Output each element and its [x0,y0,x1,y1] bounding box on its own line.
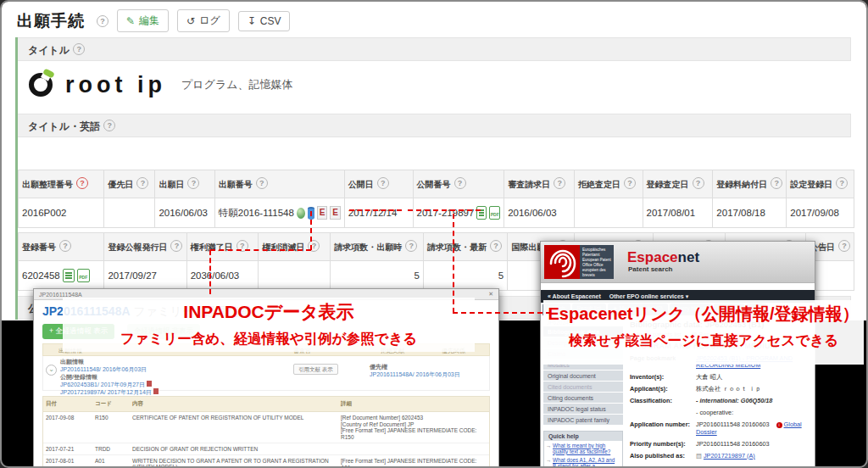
col-priority-date: 優先日? [104,170,155,198]
nav-other-epo-services[interactable]: Other EPO online services [609,293,684,299]
help-icon[interactable]: ? [554,177,565,189]
reg-no-value: 6202458 [22,270,60,281]
help-icon[interactable]: ? [838,240,850,252]
field-label [630,410,696,417]
col-pub-date: 公開日? [344,170,413,198]
cell-pub-date: 2017/12/14 [344,198,413,228]
flag-icon [153,388,159,394]
events-header-row: 日付 コード 内容 詳細 [43,397,489,412]
log-button-label: ログ [199,14,220,28]
cell-expiry: 2036/06/03 [186,261,259,291]
ev-remark [338,443,489,454]
ev-content: DECISION OF GRANT OR REJECTION WRITTEN [130,443,338,454]
ev-remark: [Ref Document Number] 6202453 [Country o… [338,412,489,443]
espacenet-link-icon[interactable]: E [317,206,328,220]
application-table: 出願整理番号? 優先日? 出願日? 出願番号? 公開日? 公開番号? 審査請求日… [18,170,854,228]
help-icon[interactable]: ? [771,177,782,189]
pub-info-label: 公開/登録情報 [60,373,159,381]
application-info-block: 出願情報 JP2016111548/ 2016年06月03日 公開/登録情報 J… [60,358,159,396]
quick-help-link[interactable]: What is meant by high quality text as fa… [544,441,622,455]
help-icon[interactable]: ? [454,177,466,189]
col-lapse: 権利消滅日? [259,233,331,261]
help-icon[interactable]: ? [103,120,115,131]
help-icon[interactable]: ? [624,177,636,189]
title-english-value-empty [18,137,851,161]
help-icon[interactable]: ? [490,240,502,252]
section-title-english: タイトル・英語? [18,114,851,137]
sidebar-item-original-document[interactable]: Original document [543,370,623,382]
csv-button-label: CSV [260,15,281,27]
gazette-doc-icon[interactable] [63,269,75,282]
field-label: Applicant(s): [630,386,696,393]
csv-button[interactable]: ↧ CSV [238,11,291,31]
page-title: 出願手続 [17,10,85,32]
espacenet-annotation-title: Espacenetリンク（公開情報/登録情報） [543,303,864,326]
cell-lapse [259,261,331,291]
chevron-down-icon[interactable]: ⌄ [46,365,57,376]
event-row: 2017-07-21 TRDD DECISION OF GRANT OR REJ… [43,443,489,455]
sidebar-item-inpadoc-patent-family[interactable]: INPADOC patent family [543,415,623,426]
field-row: Also published as: ▤ JP2017219897 (A) [630,453,810,460]
help-icon[interactable]: ? [97,15,108,27]
pdf-icon[interactable]: PDF [489,206,500,220]
classification-cooperative: - cooperative: [696,410,733,417]
flag-icon [147,381,152,387]
espacenet-annotation: Espacenetリンク（公開情報/登録情報） 検索せず該当ページに直接アクセス… [543,300,864,365]
help-icon[interactable]: ? [693,177,704,189]
espacenet-strip [541,283,815,290]
help-icon[interactable]: ? [256,177,268,189]
col-fee-paid: 登録料納付日? [713,170,787,198]
col-ref-no: 出願整理番号? [19,170,104,198]
espacenet-brand: Espacenet [627,249,699,266]
help-icon[interactable]: ? [73,43,85,55]
close-icon[interactable]: ✕ [488,291,493,298]
help-icon[interactable]: ? [377,177,389,189]
citation-block: 引用文献 表示 [293,366,338,374]
nav-about-espacenet[interactable]: About Espacenet [553,293,601,299]
help-icon[interactable]: ? [170,240,182,252]
espacenet-link-icon[interactable]: E [330,206,341,220]
col-gazette-date: 登録公報発行日? [104,233,186,261]
title-content: root ip プログラム、記憶媒体 [18,61,851,109]
also-published-link[interactable]: JP2017219897 (A) [704,452,755,460]
log-button[interactable]: ↺ ログ [177,9,230,32]
help-icon[interactable]: ? [405,240,417,252]
sidebar-item-citing-documents[interactable]: Citing documents [543,393,623,404]
table-row: 2016P002 2016/06/03 特願2016-111548 E E 20… [19,198,854,228]
app-info-value[interactable]: JP2016111548/ 2016年06月03日 [60,365,159,373]
quick-help-link[interactable]: What does A1, A2, A3 and B stand for aft… [544,455,622,468]
ev-date: 2017-07-21 [43,443,92,454]
sidebar-item-inpadoc-legal-status[interactable]: INPADOC legal status [543,404,623,415]
priority-block: 優先権 JP2016111548A/ 2016年06月03日 [370,363,460,378]
help-icon[interactable]: ? [836,177,848,189]
pdf-icon[interactable]: PDF [77,269,90,282]
priority-value[interactable]: JP2016111548A/ 2016年06月03日 [370,370,460,378]
history-icon: ↺ [186,15,195,27]
epo-logo-text: Europäisches Patentamt European Patent O… [580,245,614,279]
cell-rejection [574,198,643,228]
col-claims-filed: 請求項数・出願時? [331,233,424,261]
priority-label: 優先権 [370,363,460,370]
help-icon-red[interactable]: ? [76,177,88,189]
priority-number-value: JP20160111548 20160603 [696,441,770,448]
pub-info-value-2[interactable]: JP2017219897A/ 2017年12月14日 [60,389,152,395]
dashed-underline-pub-date [349,209,402,211]
help-icon[interactable]: ? [187,177,199,189]
gazette-doc-icon[interactable] [476,206,487,220]
help-icon[interactable]: ? [136,177,148,189]
jplatpat-icon[interactable] [297,208,305,219]
col-app-no: 出願番号? [214,170,344,198]
ev-col-code: コード [92,397,130,411]
col-exam-req: 審査請求日? [504,170,575,198]
pub-info-value-1[interactable]: JP6202453B1/ 2017年09月27日 [60,382,145,387]
pencil-icon: ✎ [126,15,135,27]
field-label: Also published as: [630,453,696,460]
help-icon[interactable]: ? [59,240,71,252]
espacenet-brand-sub: Patent search [628,265,672,273]
ev-col-content: 内容 [130,397,338,411]
show-citations-button[interactable]: 引用文献 表示 [293,364,338,375]
sidebar-item-cited-documents[interactable]: Cited documents [543,382,623,393]
edit-button[interactable]: ✎ 編集 [117,9,169,32]
field-label: Inventor(s): [630,374,696,382]
download-icon: ↧ [248,15,256,27]
